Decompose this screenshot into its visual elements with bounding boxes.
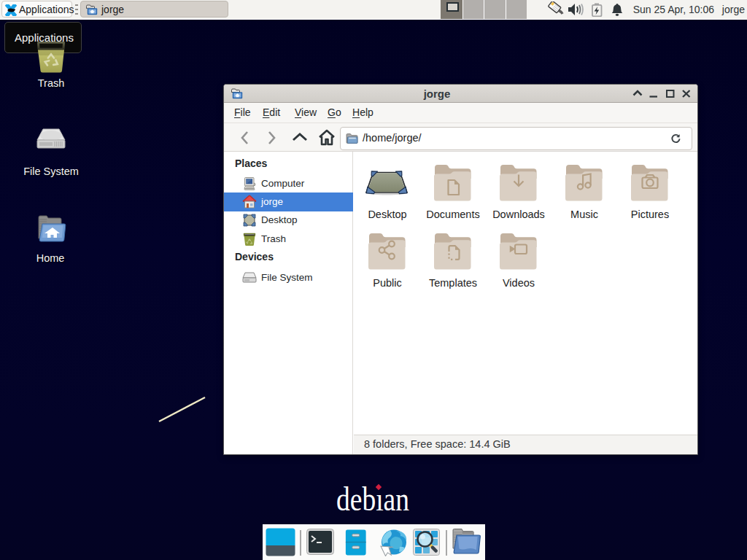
- svg-text:debıan: debıan: [336, 481, 409, 513]
